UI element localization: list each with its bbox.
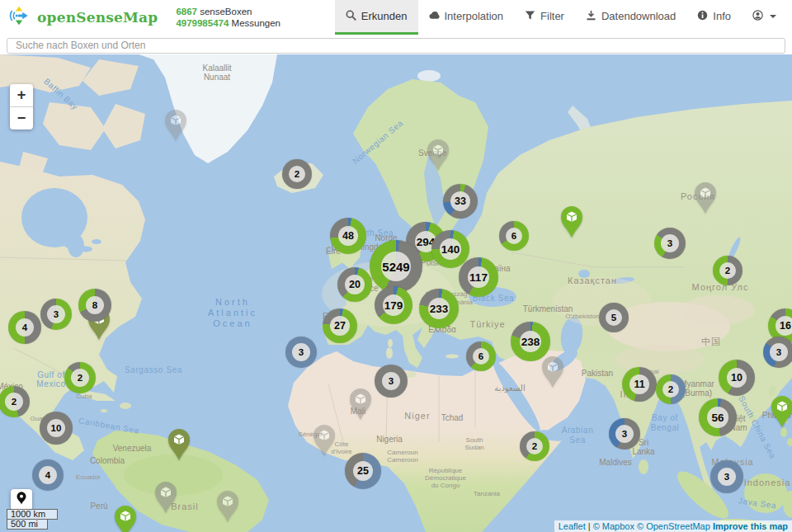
- cluster-count: 5: [606, 309, 622, 326]
- cluster-count: 27: [330, 316, 350, 336]
- search-input[interactable]: [7, 38, 785, 54]
- cluster-marker[interactable]: 2: [713, 256, 742, 285]
- cluster-count: 6: [473, 348, 489, 365]
- map-label: Norwegian Sea: [351, 118, 404, 165]
- map-label: Nunaat: [204, 73, 230, 82]
- location-pin-icon: [16, 492, 27, 508]
- cluster-count: 3: [382, 372, 400, 390]
- sensebox-pin[interactable]: [540, 355, 565, 392]
- map-label: Venezuela: [113, 444, 152, 453]
- cluster-marker[interactable]: 3: [285, 337, 317, 368]
- cluster-marker[interactable]: 33: [443, 184, 478, 219]
- cluster-marker[interactable]: 2: [282, 159, 312, 189]
- map-label: Niger: [404, 411, 430, 421]
- map-attribution: Leaflet | © Mapbox © OpenStreetMap Impro…: [554, 520, 792, 532]
- cluster-marker[interactable]: 27: [323, 308, 357, 343]
- chevron-down-icon: [770, 15, 776, 18]
- locate-button[interactable]: [11, 489, 32, 511]
- cluster-marker[interactable]: 3: [763, 337, 792, 368]
- cluster-marker[interactable]: 3: [40, 299, 72, 330]
- cluster-marker[interactable]: 179: [375, 286, 412, 324]
- cluster-marker[interactable]: 2: [520, 431, 549, 461]
- map-canvas[interactable]: Baffin BayNorwegian SeaNorth SeaNorthAtl…: [0, 54, 792, 532]
- map-label: Côte: [335, 440, 349, 448]
- map-label: السعودية: [494, 384, 525, 393]
- cluster-marker[interactable]: 20: [337, 267, 372, 302]
- sensebox-pin[interactable]: [167, 428, 191, 464]
- cluster-marker[interactable]: 6: [466, 341, 496, 371]
- cluster-marker[interactable]: 10: [40, 412, 73, 445]
- filter-icon: [525, 10, 535, 23]
- zoom-in-button[interactable]: +: [10, 84, 33, 107]
- sensebox-pin[interactable]: [426, 139, 450, 175]
- tab-filter[interactable]: Filter: [514, 0, 575, 35]
- sensebox-pin[interactable]: [215, 490, 240, 526]
- cluster-count: 2: [719, 262, 736, 279]
- map-label: Sargasso Sea: [125, 365, 182, 374]
- cluster-marker[interactable]: 10: [719, 360, 755, 396]
- sensebox-pin[interactable]: [693, 181, 718, 218]
- cluster-marker[interactable]: 3: [375, 365, 408, 398]
- sensebox-pin[interactable]: [153, 481, 178, 517]
- cluster-marker[interactable]: 4: [32, 459, 64, 491]
- cluster-marker[interactable]: 117: [459, 257, 498, 297]
- cluster-marker[interactable]: 6: [499, 221, 529, 251]
- cluster-marker[interactable]: 11: [622, 367, 657, 402]
- map-label: (Burma): [682, 388, 712, 398]
- scale-control: 1000 km 500 mi: [7, 509, 58, 530]
- cluster-marker[interactable]: 25: [345, 453, 381, 489]
- tab-interpolation[interactable]: Interpolation: [418, 0, 515, 35]
- zoom-out-button[interactable]: −: [10, 107, 33, 129]
- sensebox-pin[interactable]: [312, 424, 337, 460]
- cluster-count: 140: [440, 238, 461, 260]
- cluster-count: 48: [338, 226, 358, 246]
- info-icon: [697, 10, 708, 23]
- cluster-count: 4: [16, 318, 34, 337]
- account-menu[interactable]: [742, 0, 787, 35]
- cluster-count: 4: [39, 466, 57, 484]
- cluster-marker[interactable]: 5249: [370, 240, 422, 293]
- cluster-marker[interactable]: 3: [609, 418, 640, 450]
- map-label: Nigeria: [376, 435, 403, 444]
- cluster-count: 3: [770, 343, 788, 361]
- tab-info[interactable]: Info: [686, 0, 742, 35]
- map-label: Bay of: [652, 413, 678, 422]
- sensebox-pin[interactable]: [770, 395, 792, 431]
- map-label: Démocratique: [425, 474, 466, 482]
- cluster-marker[interactable]: 48: [330, 218, 366, 254]
- cluster-marker[interactable]: 5: [599, 303, 629, 332]
- cluster-marker[interactable]: 4: [8, 311, 41, 344]
- sensebox-pin[interactable]: [348, 388, 373, 424]
- cluster-count: 33: [450, 191, 470, 211]
- cluster-marker[interactable]: 3: [710, 460, 743, 493]
- map-label: Tchad: [441, 413, 464, 422]
- measurements-label: Messungen: [232, 18, 280, 28]
- user-icon: [752, 10, 763, 23]
- cluster-marker[interactable]: 2: [656, 374, 686, 404]
- cluster-marker[interactable]: 3: [654, 228, 686, 259]
- sensebox-pin[interactable]: [559, 205, 584, 242]
- cluster-count: 10: [47, 419, 65, 437]
- cluster-marker[interactable]: 238: [511, 322, 550, 361]
- map-label: Caribbean Sea: [78, 416, 139, 435]
- cluster-marker[interactable]: 56: [699, 398, 737, 436]
- cluster-marker[interactable]: 2: [64, 362, 96, 393]
- leaflet-link[interactable]: Leaflet: [559, 521, 586, 531]
- osm-link[interactable]: © OpenStreetMap: [637, 521, 710, 531]
- cluster-marker[interactable]: 2: [0, 386, 30, 417]
- map-label: 中国: [701, 336, 721, 348]
- sensebox-pin[interactable]: [113, 505, 138, 532]
- tab-erkunden[interactable]: Erkunden: [335, 0, 418, 35]
- mapbox-link[interactable]: © Mapbox: [593, 521, 634, 531]
- cluster-marker[interactable]: 8: [78, 289, 111, 322]
- tab-datendownload[interactable]: Datendownload: [575, 0, 686, 35]
- map-label: Sea: [569, 435, 586, 445]
- sensebox-pin[interactable]: [163, 109, 188, 145]
- brand[interactable]: openSenseMap: [0, 0, 158, 35]
- improve-map-link[interactable]: Improve this map: [713, 521, 788, 531]
- map-label: Gulf of: [37, 370, 65, 379]
- marker-layer: Baffin BayNorwegian SeaNorth SeaNorthAtl…: [0, 54, 792, 532]
- cluster-count: 56: [707, 407, 728, 428]
- cluster-count: 2: [5, 393, 23, 411]
- cluster-marker[interactable]: 233: [419, 289, 459, 328]
